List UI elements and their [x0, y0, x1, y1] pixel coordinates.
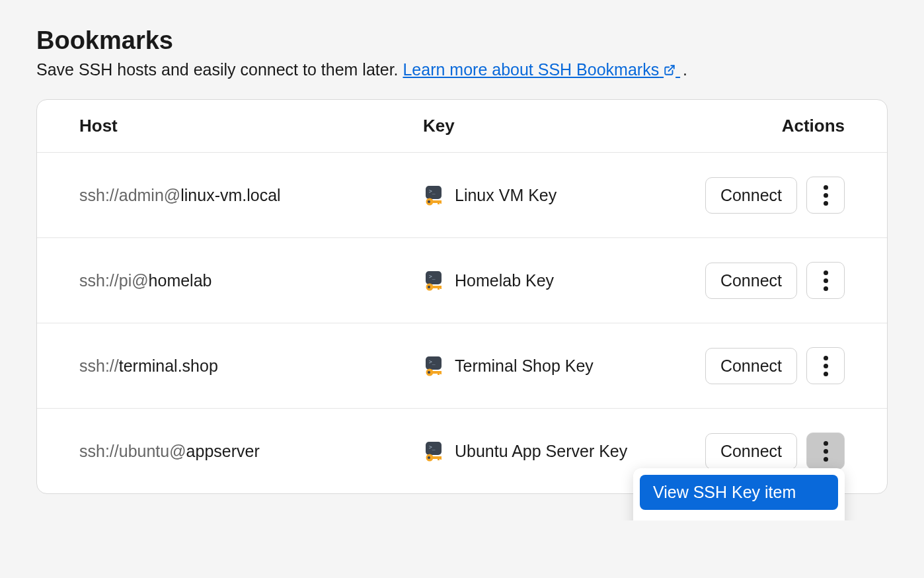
svg-text:>_: >_: [429, 444, 436, 450]
ssh-key-icon: >_: [423, 270, 444, 291]
svg-rect-27: [440, 456, 442, 460]
column-header-key: Key: [423, 116, 782, 136]
kebab-icon: [824, 185, 828, 206]
svg-rect-19: [438, 371, 440, 375]
host-domain: appserver: [186, 442, 260, 460]
key-name: Terminal Shop Key: [455, 356, 594, 376]
column-header-actions: Actions: [782, 116, 845, 136]
svg-text:>_: >_: [429, 188, 436, 194]
ssh-key-icon: >_: [423, 185, 444, 206]
ssh-key-icon: >_: [423, 355, 444, 376]
learn-more-text: Learn more about SSH Bookmarks: [403, 60, 659, 79]
svg-point-28: [428, 456, 430, 459]
host-cell: ssh://pi@homelab: [79, 271, 423, 290]
svg-rect-18: [432, 371, 442, 374]
ssh-key-icon: >_: [423, 440, 444, 462]
key-name: Homelab Key: [455, 271, 554, 290]
page-title: Bookmarks: [36, 26, 888, 55]
svg-rect-25: [432, 456, 442, 459]
key-cell: >_ Linux VM Key: [423, 185, 705, 206]
actions-cell: Connect View SSH Key item Remove bookmar…: [705, 433, 845, 470]
actions-dropdown: View SSH Key item Remove bookmark: [633, 468, 845, 520]
svg-text:>_: >_: [429, 274, 436, 280]
subtitle-text: Save SSH hosts and easily connect to the…: [36, 60, 403, 79]
svg-text:>_: >_: [429, 359, 436, 365]
page-subtitle: Save SSH hosts and easily connect to the…: [36, 60, 888, 79]
key-cell: >_ Terminal Shop Key: [423, 355, 705, 376]
key-cell: >_ Ubuntu App Server Key: [423, 440, 705, 462]
actions-cell: Connect: [705, 262, 845, 299]
svg-rect-6: [440, 200, 442, 204]
svg-rect-20: [440, 371, 442, 374]
more-actions-button[interactable]: [806, 177, 845, 214]
host-domain: linux-vm.local: [180, 186, 280, 204]
kebab-icon: [824, 356, 828, 376]
table-row: ssh://admin@linux-vm.local >_ Linux VM K…: [37, 153, 887, 238]
dropdown-view-ssh-key[interactable]: View SSH Key item: [640, 475, 838, 510]
host-prefix: ssh://: [79, 356, 119, 375]
connect-button[interactable]: Connect: [705, 433, 797, 470]
svg-rect-5: [438, 200, 440, 204]
host-prefix: ssh://ubuntu@: [79, 442, 186, 460]
svg-rect-13: [440, 286, 442, 289]
host-domain: terminal.shop: [119, 356, 218, 375]
svg-point-14: [428, 286, 430, 288]
bookmarks-table: Host Key Actions ssh://admin@linux-vm.lo…: [36, 99, 888, 494]
host-cell: ssh://terminal.shop: [79, 356, 423, 376]
svg-point-7: [428, 200, 430, 203]
column-header-host: Host: [79, 116, 423, 136]
kebab-icon: [824, 441, 828, 462]
host-cell: ssh://ubuntu@appserver: [79, 442, 423, 461]
connect-button[interactable]: Connect: [705, 348, 797, 384]
dropdown-remove-bookmark[interactable]: Remove bookmark: [640, 510, 838, 520]
external-link-icon: [664, 64, 675, 76]
actions-cell: Connect: [705, 177, 845, 214]
key-cell: >_ Homelab Key: [423, 270, 705, 291]
table-header: Host Key Actions: [37, 100, 887, 153]
svg-line-0: [669, 65, 674, 71]
kebab-icon: [824, 270, 828, 291]
svg-point-21: [428, 371, 430, 374]
table-row: ssh://pi@homelab >_ Homelab Key Connect: [37, 238, 887, 323]
table-row: ssh://terminal.shop >_ Terminal Shop Key…: [37, 323, 887, 409]
connect-button[interactable]: Connect: [705, 263, 797, 299]
more-actions-button[interactable]: [806, 262, 845, 299]
actions-cell: Connect: [705, 347, 845, 384]
host-domain: homelab: [149, 271, 212, 290]
host-cell: ssh://admin@linux-vm.local: [79, 186, 423, 205]
svg-rect-11: [432, 286, 442, 288]
host-prefix: ssh://admin@: [79, 186, 180, 204]
more-actions-button[interactable]: [806, 433, 845, 470]
svg-rect-26: [438, 456, 440, 460]
svg-rect-12: [438, 286, 440, 290]
svg-rect-4: [432, 200, 442, 203]
host-prefix: ssh://pi@: [79, 271, 149, 290]
key-name: Linux VM Key: [455, 186, 557, 205]
more-actions-button[interactable]: [806, 347, 845, 384]
connect-button[interactable]: Connect: [705, 177, 797, 214]
subtitle-period: .: [683, 60, 687, 79]
key-name: Ubuntu App Server Key: [455, 442, 627, 461]
learn-more-link[interactable]: Learn more about SSH Bookmarks: [403, 60, 680, 79]
table-row: ssh://ubuntu@appserver >_ Ubuntu App Ser…: [37, 409, 887, 493]
